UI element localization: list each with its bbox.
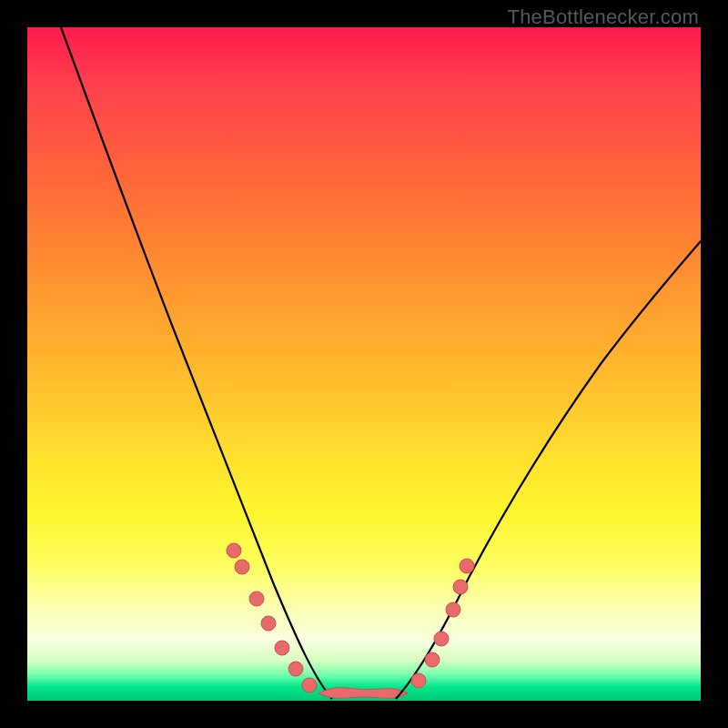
valley-flat [318,688,408,699]
bottleneck-curve [27,27,701,701]
dot [434,632,449,646]
dots-right [411,559,474,688]
chart-frame: TheBottlenecker.com [0,0,728,728]
dot [275,641,289,655]
dot [453,580,468,594]
watermark-text: TheBottlenecker.com [508,5,699,29]
dot [235,560,249,574]
dot [288,662,303,676]
dot [249,592,264,606]
dot [302,678,317,693]
dot [411,673,426,688]
dot [261,616,276,631]
dot [446,602,460,617]
dot [425,652,440,667]
dot [460,559,474,573]
curve-right [396,241,701,699]
dot [227,543,241,558]
curve-left [61,27,332,699]
plot-area [27,27,701,701]
dots-left [227,543,317,693]
